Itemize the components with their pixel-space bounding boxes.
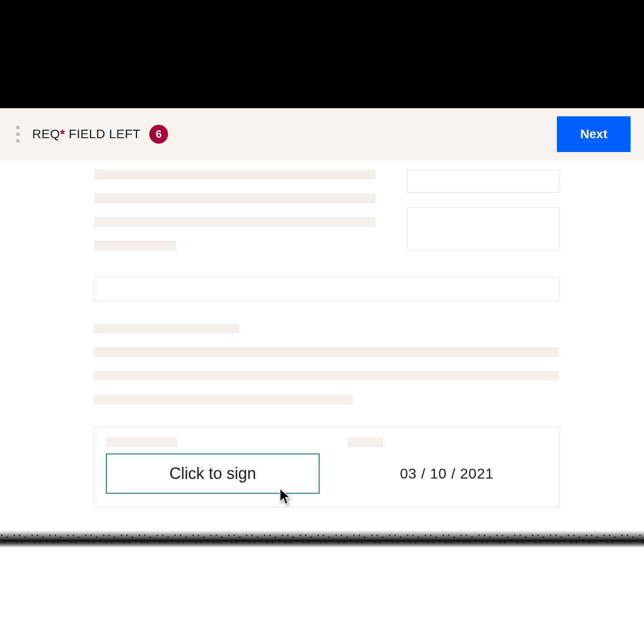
text-placeholder [94,371,559,381]
document-area: Click to sign 03 / 10 / 2021 [0,161,644,561]
signature-container: Click to sign 03 / 10 / 2021 [94,427,559,508]
text-placeholder [94,169,375,180]
required-count-badge: 6 [149,125,168,144]
form-field-box[interactable] [407,207,559,251]
text-placeholder [94,347,559,357]
text-placeholder [94,323,239,334]
header-bar: REQ* FIELD LEFT 6 Next [0,108,644,161]
top-placeholder-row [94,169,559,251]
bottom-shadow-decoration [0,530,644,548]
next-button[interactable]: Next [557,116,631,152]
header-left-group: REQ* FIELD LEFT 6 [16,125,168,144]
placeholder-col-left [94,169,376,251]
req-prefix: REQ [32,127,60,141]
required-fields-label: REQ* FIELD LEFT 6 [32,125,168,144]
form-field-wide[interactable] [94,277,559,301]
signature-labels-row [106,437,547,447]
placeholder-col-right [407,169,559,251]
middle-placeholder-section [94,323,559,405]
date-label-placeholder [347,437,383,447]
form-field-box[interactable] [407,169,559,193]
cursor-icon [278,487,293,505]
signature-label-placeholder [106,437,177,447]
signature-row: Click to sign 03 / 10 / 2021 [106,453,547,494]
required-asterisk: * [60,127,65,141]
signature-date: 03 / 10 / 2021 [400,466,494,482]
top-black-region [0,0,644,108]
text-placeholder [94,193,375,203]
text-placeholder [94,241,177,251]
click-to-sign-button[interactable]: Click to sign [106,453,320,494]
text-placeholder [94,394,353,405]
text-placeholder [94,217,375,227]
more-menu-icon[interactable] [16,126,20,143]
req-suffix: FIELD LEFT [65,127,141,141]
